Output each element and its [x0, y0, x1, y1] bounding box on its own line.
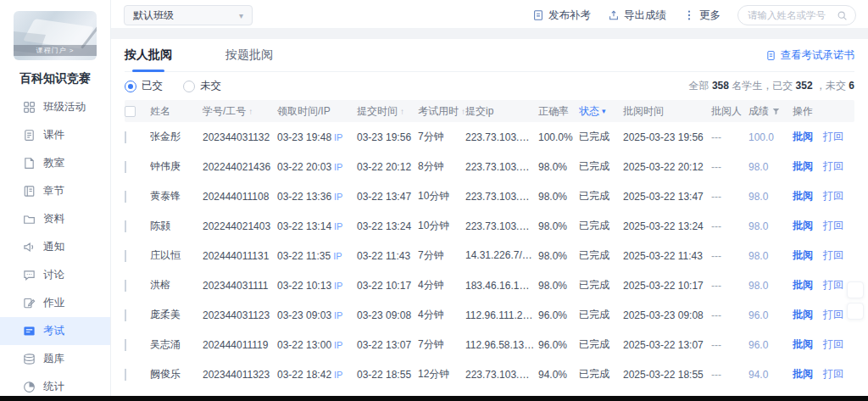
reject-link[interactable]: 打回	[823, 189, 843, 203]
sidebar-item-classroom[interactable]: 教室	[0, 149, 110, 177]
review-link[interactable]: 批阅	[793, 308, 813, 322]
row-checkbox[interactable]	[125, 280, 126, 292]
review-link[interactable]: 批阅	[793, 189, 813, 203]
ip-link[interactable]: IP	[334, 221, 342, 231]
chevron-down-icon[interactable]: ▾	[602, 107, 606, 115]
row-actions: 批阅打回	[793, 189, 854, 203]
more-button[interactable]: 更多	[683, 8, 721, 23]
submit-time: 03-22 10:17	[357, 280, 418, 292]
review-time: 2025-03-22 20:12	[623, 161, 711, 173]
reject-link[interactable]: 打回	[823, 248, 843, 263]
review-link[interactable]: 批阅	[793, 159, 813, 174]
review-link[interactable]: 批阅	[793, 130, 813, 144]
col-header-accuracy: 正确率	[538, 104, 579, 119]
score: 98.0	[748, 250, 793, 262]
reject-link[interactable]: 打回	[823, 219, 843, 233]
exam-icon	[23, 325, 36, 337]
col-header-submit[interactable]: 提交时间↑	[357, 104, 418, 119]
review-link[interactable]: 批阅	[793, 248, 813, 263]
course-cover-image[interactable]: 课程门户 >	[14, 11, 97, 60]
col-header-status[interactable]: 状态▾	[579, 104, 623, 119]
classroom-icon	[23, 157, 36, 170]
score: 98.0	[748, 161, 793, 173]
row-checkbox[interactable]	[125, 131, 126, 143]
export-icon	[608, 9, 620, 21]
float-widget-button[interactable]	[847, 303, 864, 320]
float-widget-button[interactable]	[847, 281, 864, 298]
topbar: 默认班级 ▾ 发布补考 导出成绩 更多 请输入姓名或学号	[111, 0, 868, 28]
radio-unsubmitted-control[interactable]	[183, 81, 195, 92]
radio-unsubmitted[interactable]: 未交	[183, 79, 221, 93]
row-checkbox[interactable]	[125, 191, 126, 203]
reject-link[interactable]: 打回	[823, 367, 843, 382]
row-checkbox[interactable]	[125, 250, 126, 262]
ip-link[interactable]: IP	[333, 251, 342, 261]
tab-review-by-person[interactable]: 按人批阅	[125, 39, 172, 71]
class-selector-dropdown[interactable]: 默认班级 ▾	[124, 5, 253, 25]
receive-time-cell: 03-22 13:00IP	[277, 339, 357, 351]
sidebar-item-label: 统计	[43, 380, 64, 394]
reject-link[interactable]: 打回	[823, 308, 843, 322]
row-checkbox-cell	[125, 220, 150, 232]
sort-icon[interactable]: ↑	[400, 107, 404, 116]
student-name: 钟伟庚	[150, 159, 203, 174]
view-commitment-link[interactable]: 查看考试承诺书	[765, 48, 855, 63]
ip-link[interactable]: IP	[334, 340, 342, 350]
table-header: 姓名学号/工号↑领取时间/IP提交时间↑考试用时↑提交ip正确率状态▾批阅时间批…	[125, 100, 854, 122]
filter-icon[interactable]	[771, 107, 781, 116]
sidebar-item-exam[interactable]: 考试	[0, 317, 110, 345]
col-header-label: 批阅人	[711, 104, 742, 119]
radio-submitted[interactable]: 已交	[125, 79, 163, 93]
review-link[interactable]: 批阅	[793, 337, 813, 352]
search-input[interactable]: 请输入姓名或学号	[737, 5, 856, 25]
submit-time: 03-23 19:56	[357, 131, 418, 143]
reject-link[interactable]: 打回	[823, 278, 843, 292]
ip-link[interactable]: IP	[334, 310, 342, 320]
sidebar-item-courseware[interactable]: 课件	[0, 121, 110, 149]
receive-time-cell: 03-23 19:48IP	[277, 131, 357, 143]
review-time: 2025-03-22 11:43	[623, 250, 711, 262]
table-body: 张金彤20234403113203-23 19:48IP03-23 19:567…	[125, 122, 854, 389]
export-grades-button[interactable]: 导出成绩	[608, 8, 666, 23]
reject-link[interactable]: 打回	[823, 130, 843, 144]
ip-link[interactable]: IP	[334, 132, 342, 142]
sidebar-item-chapter[interactable]: 章节	[0, 177, 110, 205]
ip-link[interactable]: IP	[334, 370, 342, 380]
select-all-checkbox[interactable]	[125, 106, 136, 117]
col-header-score[interactable]: 成绩	[748, 104, 793, 119]
reject-link[interactable]: 打回	[823, 159, 843, 174]
reviewer: ---	[711, 250, 748, 262]
radio-submitted-control[interactable]	[125, 81, 136, 92]
review-link[interactable]: 批阅	[793, 278, 813, 292]
row-checkbox[interactable]	[125, 220, 126, 232]
col-header-id[interactable]: 学号/工号↑	[203, 104, 277, 119]
col-header-duration[interactable]: 考试用时↑	[418, 104, 465, 119]
reject-link[interactable]: 打回	[823, 337, 843, 352]
row-checkbox[interactable]	[125, 309, 126, 321]
row-checkbox-cell	[125, 309, 150, 321]
summary-text: ，未交	[813, 80, 849, 92]
status-text: 已完成	[579, 308, 623, 322]
row-checkbox[interactable]	[125, 339, 126, 351]
sidebar-item-homework[interactable]: 作业	[0, 289, 110, 317]
ip-link[interactable]: IP	[334, 192, 342, 202]
row-checkbox[interactable]	[125, 369, 126, 381]
sidebar-item-discussion[interactable]: 讨论	[0, 261, 110, 289]
ip-link[interactable]: IP	[334, 162, 342, 172]
review-link[interactable]: 批阅	[793, 367, 813, 382]
receive-time: 03-22 13:14	[277, 220, 331, 232]
review-link[interactable]: 批阅	[793, 219, 813, 233]
ip-link[interactable]: IP	[334, 281, 342, 291]
sort-icon[interactable]: ↑	[248, 107, 253, 116]
materials-icon	[23, 213, 36, 226]
tab-review-by-question[interactable]: 按题批阅	[225, 39, 273, 71]
row-actions: 批阅打回	[793, 219, 854, 233]
sidebar-item-materials[interactable]: 资料	[0, 205, 110, 233]
sidebar-item-notice[interactable]: 通知	[0, 233, 110, 261]
sidebar-item-question-bank[interactable]: 题库	[0, 345, 110, 373]
status-text: 已完成	[579, 248, 623, 263]
publish-makeup-button[interactable]: 发布补考	[532, 8, 591, 23]
col-header-label: 学号/工号	[203, 104, 246, 119]
sidebar-item-class-activity[interactable]: 班级活动	[0, 93, 110, 121]
row-checkbox[interactable]	[125, 161, 126, 173]
